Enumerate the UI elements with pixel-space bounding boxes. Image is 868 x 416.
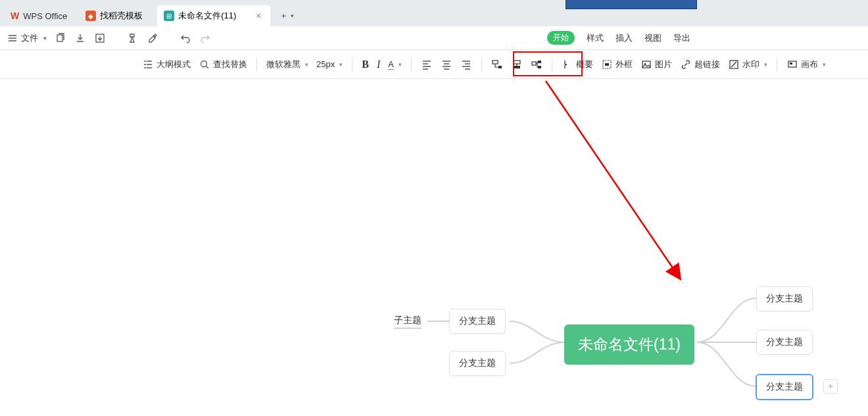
separator <box>481 58 482 71</box>
import-icon[interactable] <box>94 32 106 44</box>
file-label: 文件 <box>21 32 38 44</box>
watermark-button[interactable]: 水印▾ <box>724 55 771 74</box>
branch-right-2[interactable]: 分支主题 <box>756 330 813 355</box>
frame-icon <box>601 59 613 70</box>
mindmap-file-icon: ⊞ <box>164 11 174 21</box>
wps-logo-icon: W <box>11 11 19 21</box>
outline-icon <box>142 59 154 70</box>
align-right-button[interactable] <box>456 55 476 74</box>
redo-icon[interactable] <box>199 32 211 44</box>
svg-rect-8 <box>538 61 541 63</box>
font-family-dropdown[interactable]: 微软雅黑▾ <box>262 55 312 74</box>
italic-icon: I <box>377 59 380 70</box>
branch-right-3-selected[interactable]: 分支主题 <box>756 374 813 400</box>
menu-style[interactable]: 样式 <box>587 32 604 44</box>
svg-rect-3 <box>493 61 498 64</box>
find-replace-button[interactable]: 查找替换 <box>195 55 251 74</box>
insert-sibling-button[interactable] <box>507 55 527 74</box>
chevron-down-icon: ▾ <box>291 13 294 19</box>
insert-subtopic-button[interactable] <box>487 55 507 74</box>
tab-label: 找稻壳模板 <box>100 10 143 22</box>
svg-rect-12 <box>642 61 650 68</box>
title-blue-bar <box>566 0 697 9</box>
hamburger-icon <box>7 32 18 44</box>
template-icon: ◆ <box>85 11 96 21</box>
image-button[interactable]: 图片 <box>637 55 676 74</box>
branch-left-1[interactable]: 分支主题 <box>449 309 506 334</box>
font-color-icon: A <box>388 59 394 69</box>
align-center-button[interactable] <box>437 55 456 74</box>
summary-icon <box>562 59 573 70</box>
svg-rect-6 <box>514 66 520 68</box>
menu-view[interactable]: 视图 <box>644 32 662 44</box>
new-tab-button[interactable]: ＋ ▾ <box>273 5 301 26</box>
menu-insert[interactable]: 插入 <box>615 32 633 44</box>
branch-left-2[interactable]: 分支主题 <box>449 351 506 376</box>
chevron-down-icon: ▾ <box>339 61 343 68</box>
outline-mode-button[interactable]: 大纲模式 <box>138 55 195 74</box>
copy-icon[interactable] <box>55 32 66 44</box>
svg-rect-9 <box>538 66 541 68</box>
summary-button[interactable]: 概要 <box>558 55 597 74</box>
app-brand: W WPS Office <box>3 5 76 26</box>
parent-topic-icon <box>531 59 542 70</box>
svg-point-2 <box>201 61 207 66</box>
chevron-down-icon: ▾ <box>305 61 308 68</box>
chevron-down-icon: ▾ <box>823 61 826 68</box>
align-right-icon <box>460 59 472 70</box>
svg-rect-11 <box>605 63 609 66</box>
titlebar: W WPS Office ◆ 找稻壳模板 ⊞ 未命名文件(11) × ＋ ▾ <box>0 0 868 26</box>
svg-rect-16 <box>790 63 792 65</box>
align-left-button[interactable] <box>417 55 437 74</box>
chevron-down-icon: ▾ <box>398 61 402 68</box>
bold-button[interactable]: B <box>358 55 373 74</box>
file-menu[interactable]: 文件 ▾ <box>7 32 47 44</box>
svg-rect-7 <box>532 62 536 65</box>
tab-templates[interactable]: ◆ 找稻壳模板 <box>79 5 152 26</box>
align-left-icon <box>421 59 433 70</box>
mindmap-canvas[interactable]: 未命名文件(11) 分支主题 分支主题 子主题 分支主题 分支主题 分支主题 ＋ <box>0 79 868 416</box>
watermark-icon <box>728 59 740 70</box>
insert-parent-button[interactable] <box>527 55 546 74</box>
separator <box>552 58 552 71</box>
connectors <box>0 79 868 416</box>
format-painter-icon[interactable] <box>127 32 139 44</box>
separator <box>777 58 777 71</box>
add-node-button[interactable]: ＋ <box>823 379 838 394</box>
font-color-button[interactable]: A▾ <box>384 55 406 74</box>
menu-export[interactable]: 导出 <box>673 32 690 44</box>
quick-toolbar: 文件 ▾ 开始 样式 插入 视图 导出 <box>0 26 868 50</box>
undo-icon[interactable] <box>180 32 191 44</box>
chevron-down-icon: ▾ <box>43 35 47 41</box>
branch-right-1[interactable]: 分支主题 <box>756 286 813 311</box>
child-topic-left[interactable]: 子主题 <box>394 315 422 328</box>
menu-start[interactable]: 开始 <box>547 31 575 45</box>
separator <box>352 58 352 71</box>
svg-rect-4 <box>498 66 502 68</box>
align-center-icon <box>441 59 452 70</box>
canvas-button[interactable]: 画布▾ <box>783 55 830 74</box>
central-topic[interactable]: 未命名文件(11) <box>564 325 694 365</box>
search-icon <box>199 59 210 70</box>
sibling-topic-icon <box>511 59 523 70</box>
highlighter-icon[interactable] <box>147 32 158 44</box>
svg-rect-0 <box>57 35 62 41</box>
brand-text: WPS Office <box>23 11 67 21</box>
close-icon[interactable]: × <box>256 11 261 21</box>
separator <box>411 58 412 71</box>
image-icon <box>640 59 652 70</box>
italic-button[interactable]: I <box>373 55 384 74</box>
frame-button[interactable]: 外框 <box>597 55 637 74</box>
tab-label: 未命名文件(11) <box>178 10 236 22</box>
plus-icon: ＋ <box>279 10 288 22</box>
bold-icon: B <box>362 59 369 70</box>
hyperlink-button[interactable]: 超链接 <box>676 55 724 74</box>
ribbon-toolbar: 大纲模式 查找替换 微软雅黑▾ 25px▾ B I A▾ 概要 外框 图片 超链… <box>0 50 868 79</box>
download-icon[interactable] <box>74 32 86 44</box>
chevron-down-icon: ▾ <box>764 61 767 68</box>
separator <box>256 58 257 71</box>
tab-current-doc[interactable]: ⊞ 未命名文件(11) × <box>157 5 270 26</box>
svg-rect-5 <box>514 61 520 64</box>
canvas-icon <box>786 59 798 70</box>
font-size-dropdown[interactable]: 25px▾ <box>312 55 347 74</box>
